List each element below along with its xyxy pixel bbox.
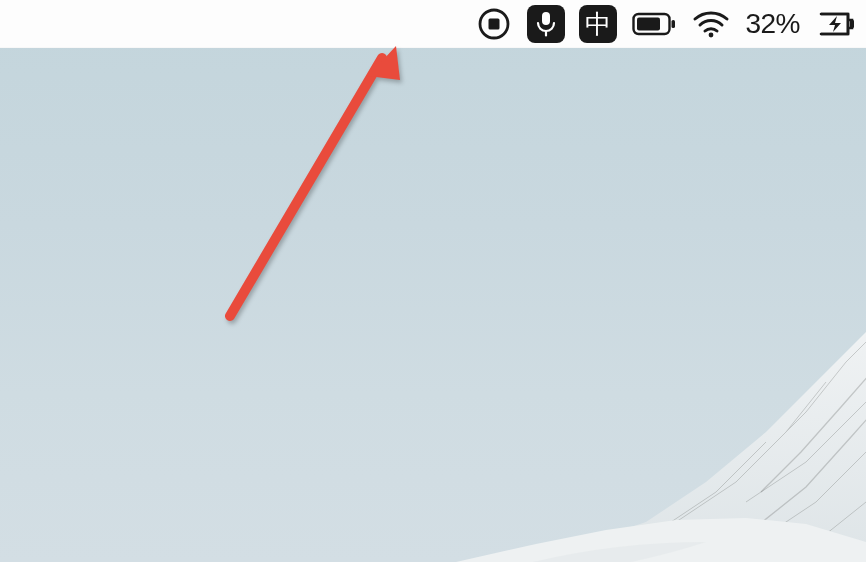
wallpaper-mountain: [346, 242, 866, 562]
screen-recording-stop-button[interactable]: [475, 0, 513, 47]
input-method-menu[interactable]: 中: [579, 0, 617, 47]
svg-rect-8: [815, 12, 821, 36]
battery-menu[interactable]: [631, 0, 677, 47]
chinese-ime-icon: 中: [579, 5, 617, 43]
desktop: 中 32%: [0, 0, 866, 562]
microphone-menu[interactable]: [527, 0, 565, 47]
svg-rect-6: [637, 17, 660, 30]
svg-rect-5: [672, 20, 676, 28]
svg-point-7: [709, 32, 714, 37]
svg-line-10: [230, 58, 382, 316]
battery-percent[interactable]: 32%: [745, 0, 800, 47]
battery-percent-label: 32%: [745, 8, 800, 40]
svg-rect-9: [850, 20, 854, 28]
wifi-icon: [691, 5, 731, 43]
svg-rect-2: [542, 12, 550, 25]
menubar: 中 32%: [0, 0, 866, 48]
charging-indicator[interactable]: [814, 0, 860, 47]
microphone-icon: [527, 5, 565, 43]
wifi-menu[interactable]: [691, 0, 731, 47]
ime-label: 中: [585, 11, 611, 37]
annotation-arrow: [200, 46, 410, 326]
stop-record-icon: [475, 5, 513, 43]
battery-icon: [631, 5, 677, 43]
charging-icon: [814, 5, 860, 43]
svg-rect-1: [489, 18, 500, 29]
